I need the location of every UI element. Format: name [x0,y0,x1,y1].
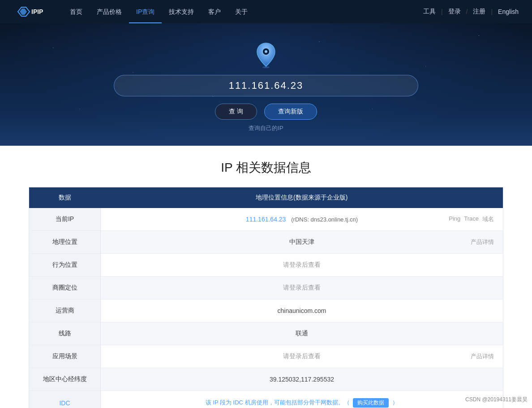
nav-about[interactable]: 关于 [228,0,255,23]
nav-home[interactable]: 首页 [63,0,90,23]
row-label-isp: 运营商 [29,299,101,322]
search-box: 111.161.64.23 [0,75,532,96]
navbar: IPIP 首页 产品价格 IP查询 技术支持 客户 关于 工具 | 登录 / 注… [0,0,532,23]
logo[interactable]: IPIP [13,4,49,19]
nav-ip-query[interactable]: IP查询 [129,0,162,23]
ip-data-table: 数据 地理位置信息(数据来源于企业版) 当前IP 111.161.64.23 (… [29,187,503,408]
row-label-behavior: 行为位置 [29,254,101,277]
query-button[interactable]: 查 询 [215,104,257,120]
col-data-header: 数据 [29,187,101,208]
nav-english[interactable]: English [498,8,519,15]
table-row: 地理位置 中国天津 产品详情 [29,231,503,254]
row-label-line: 线路 [29,322,101,345]
svg-text:IPIP: IPIP [31,8,43,15]
table-row: 商圈定位 请登录后查看 [29,277,503,299]
search-buttons: 查 询 查询新版 [0,104,532,120]
csdn-watermark: CSDN @20194311姜晨昊 [465,396,528,404]
idc-text-start: 该 IP 段为 IDC 机房使用，可能包括部分骨干网数据。（ [206,399,350,406]
row-label-geo: 地理位置 [29,231,101,254]
nav-right: 工具 | 登录 / 注册 | English [423,8,519,16]
row-value-isp: chinaunicom.com [101,299,503,322]
ip-address-link[interactable]: 111.161.64.23 [246,216,286,223]
col-geo-header: 地理位置信息(数据来源于企业版) [101,187,503,208]
location-icon [0,41,532,69]
ip-search-input[interactable]: 111.161.64.23 [114,75,418,96]
row-value-app-scene: 请登录后查看 产品详情 [101,345,503,368]
svg-point-5 [262,66,270,68]
section-title: IP 相关数据信息 [29,159,503,176]
table-row: 地区中心经纬度 39.125032,117.295532 [29,368,503,391]
nav-divider-3: | [491,8,493,15]
nav-pricing[interactable]: 产品价格 [90,0,129,23]
app-scene-detail-link[interactable]: 产品详情 [471,352,494,360]
row-label-coords: 地区中心经纬度 [29,368,101,391]
row-value-behavior: 请登录后查看 [101,254,503,277]
nav-clients[interactable]: 客户 [201,0,228,23]
row-value-coords: 39.125032,117.295532 [101,368,503,391]
row-value-line: 联通 [101,322,503,345]
table-row: 运营商 chinaunicom.com [29,299,503,322]
domain-link[interactable]: 域名 [482,215,494,223]
main-content: IP 相关数据信息 数据 地理位置信息(数据来源于企业版) 当前IP 111.1… [20,146,512,408]
row-value-ip: 111.161.64.23 (rDNS: dns23.online.tj.cn)… [101,208,503,231]
commercial-login-hint: 请登录后查看 [283,284,321,291]
geo-detail-link[interactable]: 产品详情 [471,238,494,246]
table-row: 行为位置 请登录后查看 [29,254,503,277]
nav-divider-2: / [466,8,468,15]
nav-divider-1: | [441,8,443,15]
action-links: Ping Trace 域名 [449,215,494,223]
buy-data-button[interactable]: 购买此数据 [353,398,389,408]
nav-login[interactable]: 登录 [448,8,461,16]
isp-value: chinaunicom.com [278,307,326,314]
row-value-geo: 中国天津 产品详情 [101,231,503,254]
row-value-idc: 该 IP 段为 IDC 机房使用，可能包括部分骨干网数据。（ 购买此数据 ） [101,391,503,408]
ping-link[interactable]: Ping [449,215,460,223]
nav-register[interactable]: 注册 [473,8,485,16]
svg-point-4 [265,50,267,53]
nav-support[interactable]: 技术支持 [162,0,201,23]
table-row: 线路 联通 [29,322,503,345]
idc-text-end: ） [392,399,398,406]
hero-section: 111.161.64.23 查 询 查询新版 查询自己的IP [0,23,532,146]
table-row: 应用场景 请登录后查看 产品详情 [29,345,503,368]
nav-tools[interactable]: 工具 [423,8,436,16]
table-header-row: 数据 地理位置信息(数据来源于企业版) [29,187,503,208]
app-scene-login-hint: 请登录后查看 [283,352,321,360]
table-row: IDC 该 IP 段为 IDC 机房使用，可能包括部分骨干网数据。（ 购买此数据… [29,391,503,408]
row-label-idc: IDC [29,391,101,408]
geo-value: 中国天津 [289,238,314,245]
row-label-commercial: 商圈定位 [29,277,101,299]
behavior-login-hint: 请登录后查看 [283,261,321,268]
coords-value: 39.125032,117.295532 [270,376,334,383]
table-row: 当前IP 111.161.64.23 (rDNS: dns23.online.t… [29,208,503,231]
query-new-button[interactable]: 查询新版 [264,104,317,120]
nav-links: 首页 产品价格 IP查询 技术支持 客户 关于 [63,0,423,23]
rdns-text: (rDNS: dns23.online.tj.cn) [291,216,358,223]
line-value: 联通 [296,330,308,337]
row-value-commercial: 请登录后查看 [101,277,503,299]
hero-hint[interactable]: 查询自己的IP [0,124,532,132]
trace-link[interactable]: Trace [464,215,479,223]
svg-marker-1 [20,9,27,15]
row-label-ip: 当前IP [29,208,101,231]
row-label-app-scene: 应用场景 [29,345,101,368]
